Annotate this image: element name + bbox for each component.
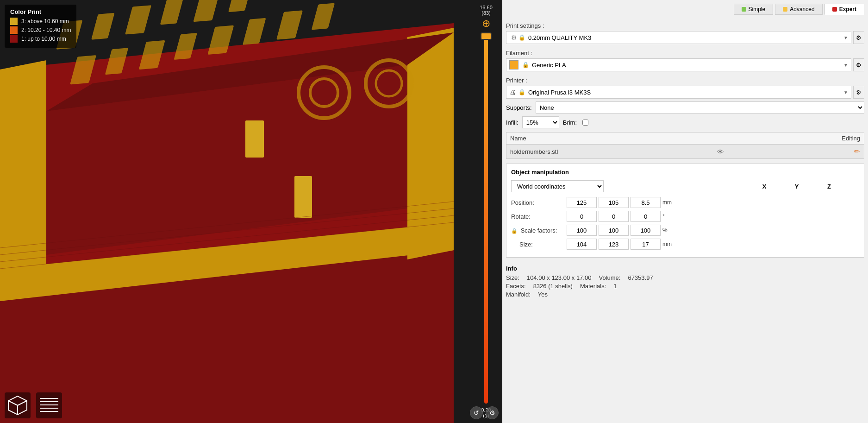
infill-select[interactable]: 15% 5% 10% 20% bbox=[522, 116, 559, 128]
position-label: Position: bbox=[511, 199, 567, 206]
position-x-input[interactable] bbox=[567, 197, 597, 208]
printer-dropdown[interactable]: 🖨 🔒 Original Prusa i3 MK3S ▼ bbox=[506, 86, 851, 99]
bottom-right-controls: ↺ ⚙ bbox=[470, 406, 499, 419]
filament-lock-icon: 🔒 bbox=[522, 62, 529, 68]
rotate-label: Rotate: bbox=[511, 213, 567, 220]
eye-button[interactable]: 👁 bbox=[717, 148, 724, 156]
printer-label: Printer : bbox=[506, 77, 864, 84]
info-facets-label: Facets: bbox=[506, 283, 526, 290]
xyz-headers: X Y Z bbox=[748, 183, 859, 190]
printer-value: Original Prusa i3 MK3S bbox=[528, 89, 843, 96]
object-name: holdernumbers.stl bbox=[506, 145, 713, 159]
position-unit: mm bbox=[662, 199, 672, 206]
object-manipulation-title: Object manipulation bbox=[511, 169, 859, 176]
legend-label-1: 1: up to 10.00 mm bbox=[21, 36, 66, 42]
tab-advanced-dot bbox=[783, 7, 787, 12]
position-inputs: mm bbox=[567, 197, 672, 208]
rotate-x-input[interactable] bbox=[567, 211, 597, 222]
brim-label: Brim: bbox=[563, 119, 577, 126]
coord-system-select[interactable]: World coordinates Local coordinates bbox=[511, 180, 604, 192]
filament-color-swatch bbox=[509, 60, 518, 69]
info-manifold-label: Manifold: bbox=[506, 291, 531, 298]
print-settings-label: Print settings : bbox=[506, 22, 864, 29]
position-z-input[interactable] bbox=[631, 197, 661, 208]
filament-config-btn[interactable]: ⚙ bbox=[853, 58, 864, 71]
tab-advanced[interactable]: Advanced bbox=[775, 4, 822, 15]
info-facets-line: Facets: 8326 (1 shells) Materials: 1 bbox=[506, 283, 864, 290]
position-row: Position: mm bbox=[511, 197, 859, 208]
rotate-unit: ° bbox=[662, 213, 672, 220]
col-name-header: Name bbox=[506, 133, 713, 145]
info-materials-label: Materials: bbox=[580, 283, 606, 290]
info-manifold-line: Manifold: Yes bbox=[506, 291, 864, 298]
rotate-z-input[interactable] bbox=[631, 211, 661, 222]
settings-bottom-button[interactable]: ⚙ bbox=[486, 406, 499, 419]
scale-row: 🔒 Scale factors: % bbox=[511, 225, 859, 236]
printer-config-btn[interactable]: ⚙ bbox=[853, 86, 864, 99]
3d-viewport: Color Print 3: above 10.60 mm 2: 10.20 -… bbox=[0, 0, 502, 423]
layers-icon[interactable] bbox=[35, 391, 63, 419]
table-row[interactable]: holdernumbers.stl 👁 ✏ bbox=[506, 145, 864, 159]
size-x-input[interactable] bbox=[567, 239, 597, 250]
info-volume-value: 67353.97 bbox=[628, 274, 653, 281]
info-volume-label: Volume: bbox=[599, 274, 620, 281]
legend-item-1: 1: up to 10.00 mm bbox=[10, 35, 71, 43]
legend-title: Color Print bbox=[10, 8, 71, 15]
tab-advanced-label: Advanced bbox=[790, 6, 814, 13]
filament-value: Generic PLA bbox=[532, 62, 843, 69]
print-settings-dropdown[interactable]: ⚙ 🔒 0.20mm QUALITY MK3 ▼ bbox=[506, 31, 851, 44]
object-manipulation-section: Object manipulation World coordinates Lo… bbox=[506, 164, 864, 258]
layer-slider-track[interactable] bbox=[484, 32, 488, 404]
y-header: Y bbox=[781, 183, 813, 190]
print-settings-config-btn[interactable]: ⚙ bbox=[853, 31, 864, 44]
cube-icon[interactable] bbox=[4, 391, 31, 419]
reset-view-button[interactable]: ↺ bbox=[470, 406, 483, 419]
scale-label-text: Scale factors: bbox=[521, 227, 557, 234]
filament-label: Filament : bbox=[506, 50, 864, 57]
tab-expert-label: Expert bbox=[839, 6, 856, 13]
print-settings-lock-icon: 🔒 bbox=[518, 34, 525, 41]
info-section: Info Size: 104.00 x 123.00 x 17.00 Volum… bbox=[506, 261, 864, 303]
print-settings-arrow: ▼ bbox=[843, 35, 848, 40]
legend-label-2: 2: 10.20 - 10.40 mm bbox=[21, 27, 71, 33]
infill-label: Infill: bbox=[506, 119, 518, 126]
edit-button[interactable]: ✏ bbox=[854, 147, 860, 156]
brim-checkbox[interactable] bbox=[582, 120, 588, 126]
info-facets-value: 8326 (1 shells) bbox=[533, 283, 573, 290]
info-size-value: 104.00 x 123.00 x 17.00 bbox=[527, 274, 592, 281]
supports-select[interactable]: None Normal Everywhere bbox=[536, 101, 864, 114]
filament-dropdown[interactable]: 🔒 Generic PLA ▼ bbox=[506, 58, 851, 71]
svg-rect-41 bbox=[294, 176, 312, 218]
scale-lock-icon: 🔒 bbox=[511, 228, 518, 234]
scale-y-input[interactable] bbox=[599, 225, 629, 236]
scale-label: 🔒 Scale factors: bbox=[511, 227, 567, 234]
info-size-line: Size: 104.00 x 123.00 x 17.00 Volume: 67… bbox=[506, 274, 864, 281]
position-y-input[interactable] bbox=[599, 197, 629, 208]
layer-add-button[interactable]: ⊕ bbox=[482, 18, 490, 30]
scale-inputs: % bbox=[567, 225, 672, 236]
layer-slider-thumb[interactable] bbox=[481, 32, 492, 40]
rotate-row: Rotate: ° bbox=[511, 211, 859, 222]
size-y-input[interactable] bbox=[599, 239, 629, 250]
print-settings-gear-icon: ⚙ bbox=[509, 33, 518, 42]
layer-slider-container: 16.60 (83) ⊕ 0.20 (1) bbox=[479, 5, 493, 418]
legend-swatch-3 bbox=[10, 18, 18, 25]
tab-simple[interactable]: Simple bbox=[734, 4, 774, 15]
tab-expert[interactable]: Expert bbox=[824, 4, 864, 15]
info-title: Info bbox=[506, 265, 864, 272]
info-size-label: Size: bbox=[506, 274, 519, 281]
layer-top-value: 16.60 (83) bbox=[480, 5, 493, 16]
size-label: Size: bbox=[511, 241, 567, 248]
scale-z-input[interactable] bbox=[631, 225, 661, 236]
tab-simple-label: Simple bbox=[749, 6, 766, 13]
objects-table: Name Editing holdernumbers.stl 👁 ✏ bbox=[506, 132, 864, 159]
legend-item-2: 2: 10.20 - 10.40 mm bbox=[10, 26, 71, 34]
legend-item-3: 3: above 10.60 mm bbox=[10, 18, 71, 25]
print-settings-value: 0.20mm QUALITY MK3 bbox=[528, 34, 843, 41]
viewport-bottom-controls bbox=[4, 391, 63, 419]
scale-x-input[interactable] bbox=[567, 225, 597, 236]
size-z-input[interactable] bbox=[631, 239, 661, 250]
size-inputs: mm bbox=[567, 239, 672, 250]
rotate-y-input[interactable] bbox=[599, 211, 629, 222]
z-header: Z bbox=[813, 183, 845, 190]
